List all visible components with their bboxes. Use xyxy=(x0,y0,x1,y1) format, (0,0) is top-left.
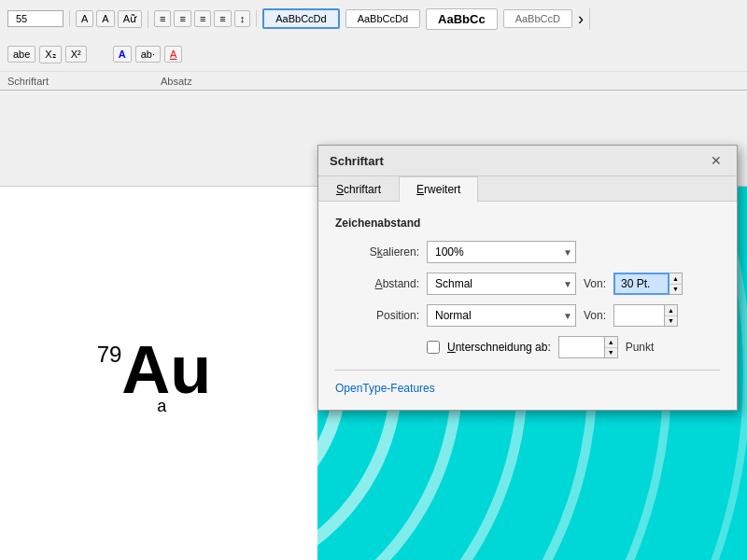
element-display: 79Aua xyxy=(97,336,221,410)
divider xyxy=(335,370,720,371)
styles-more-arrow[interactable]: › xyxy=(578,9,584,29)
abstand-label: Abstand: xyxy=(335,277,419,290)
dialog-titlebar: Schriftart ✕ xyxy=(318,146,737,176)
unterschneidung-checkbox[interactable] xyxy=(427,341,440,354)
abstand-von-spinner: ▲ ▼ xyxy=(669,273,683,295)
font-row: abe X₂ X² A ab· A xyxy=(0,37,747,71)
punkt-label: Punkt xyxy=(626,341,655,354)
position-spin-down[interactable]: ▼ xyxy=(665,316,677,327)
position-select-wrap: Normal Hochgestellt Tiefgestellt ▼ xyxy=(427,304,576,327)
skalieren-label: Skalieren: xyxy=(335,245,419,259)
style-no-spacing[interactable]: AaBbCcDd xyxy=(345,9,420,28)
unterschneidung-input[interactable] xyxy=(558,336,605,358)
skalieren-row: Skalieren: 100% 50% 75% 90% 110% 125% 15… xyxy=(335,241,720,263)
style-heading2[interactable]: AaBbCcD xyxy=(503,9,572,28)
abstand-von-input[interactable] xyxy=(613,273,669,295)
schriftart-label: Schriftart xyxy=(7,76,49,87)
line-spacing-button[interactable]: ↕ xyxy=(234,10,251,27)
font-size-group: 55 xyxy=(7,10,70,27)
element-subscript: a xyxy=(157,397,166,415)
tab-erweitert-label: Erweitert xyxy=(416,183,460,196)
unterschneidung-row: Unterschneidung ab: ▲ ▼ Punkt xyxy=(335,336,720,358)
position-von-input[interactable] xyxy=(613,304,665,327)
opentype-link[interactable]: OpenType-Features xyxy=(335,382,435,395)
font-color-A-button[interactable]: A xyxy=(113,46,132,63)
unterschneidung-label: Unterschneidung ab: xyxy=(447,341,551,354)
unterschneidung-wrap: ▲ ▼ xyxy=(558,336,618,358)
schriftart-dialog: Schriftart ✕ Schriftart Erweitert Zeiche… xyxy=(317,145,738,411)
unterschneidung-spin-down[interactable]: ▼ xyxy=(605,348,617,358)
abstand-spin-down[interactable]: ▼ xyxy=(669,285,682,295)
unterschneidung-spinner: ▲ ▼ xyxy=(605,336,618,358)
tab-schriftart[interactable]: Schriftart xyxy=(318,176,399,202)
element-symbol: Au xyxy=(121,332,211,407)
unterschneidung-spin-up[interactable]: ▲ xyxy=(605,337,617,348)
abstand-select-wrap: Schmal Normal Erweitert ▼ xyxy=(427,273,576,295)
abstand-spin-up[interactable]: ▲ xyxy=(669,273,682,285)
font-Au-button[interactable]: Aữ xyxy=(118,10,142,28)
style-normal[interactable]: AaBbCcDd xyxy=(262,8,339,29)
abstand-row: Abstand: Schmal Normal Erweitert ▼ Von: … xyxy=(335,273,720,295)
font-size-input[interactable]: 55 xyxy=(7,10,63,27)
abstand-von-wrap: ▲ ▼ xyxy=(613,273,683,295)
ribbon-row-1: 55 A A Aữ ≡ ≡ ≡ ≡ ↕ AaBbCcDd AaBbCcDd Aa… xyxy=(0,0,747,37)
font-A2-button[interactable]: A xyxy=(96,10,114,27)
abstand-von-label: Von: xyxy=(584,277,606,290)
strikethrough-button[interactable]: abe xyxy=(7,46,35,63)
style-heading1[interactable]: AaBbCc xyxy=(426,8,498,30)
font-A-button[interactable]: A xyxy=(76,10,93,27)
section-zeichenabstand: Zeichenabstand xyxy=(335,217,720,230)
skalieren-select[interactable]: 100% 50% 75% 90% 110% 125% 150% 200% xyxy=(427,241,576,263)
toolbar-separator xyxy=(0,90,747,91)
font-color-button[interactable]: A xyxy=(164,46,182,63)
align-justify-button[interactable]: ≡ xyxy=(214,10,231,27)
align-left-button[interactable]: ≡ xyxy=(154,10,171,27)
subscript-button[interactable]: X₂ xyxy=(39,46,61,63)
skalieren-select-wrap: 100% 50% 75% 90% 110% 125% 150% 200% ▼ xyxy=(427,241,576,263)
absatz-label: Absatz xyxy=(161,76,192,87)
dialog-content: Zeichenabstand Skalieren: 100% 50% 75% 9… xyxy=(318,202,737,410)
document-area: 79Aua xyxy=(0,187,317,560)
position-von-label: Von: xyxy=(584,309,606,322)
position-select[interactable]: Normal Hochgestellt Tiefgestellt xyxy=(427,304,576,327)
tab-erweitert[interactable]: Erweitert xyxy=(399,176,478,202)
text-highlight-button[interactable]: ab· xyxy=(135,46,161,63)
font-style-group: A A Aữ xyxy=(76,10,148,28)
dialog-tabs: Schriftart Erweitert xyxy=(318,176,737,202)
position-von-wrap: ▲ ▼ xyxy=(613,304,678,327)
abstand-select[interactable]: Schmal Normal Erweitert xyxy=(427,273,576,295)
position-row: Position: Normal Hochgestellt Tiefgestel… xyxy=(335,304,720,327)
dialog-close-button[interactable]: ✕ xyxy=(707,153,726,168)
element-superscript: 79 xyxy=(97,342,122,367)
align-center-button[interactable]: ≡ xyxy=(174,10,190,27)
position-spin-up[interactable]: ▲ xyxy=(665,305,677,316)
align-right-button[interactable]: ≡ xyxy=(194,10,211,27)
styles-group: AaBbCcDd AaBbCcDd AaBbCc AaBbCcD › xyxy=(262,8,590,30)
alignment-group: ≡ ≡ ≡ ≡ ↕ xyxy=(154,10,257,27)
labels-row: Schriftart Absatz xyxy=(0,71,747,90)
tab-schriftart-label: Schriftart xyxy=(336,183,381,196)
superscript-button[interactable]: X² xyxy=(65,46,87,63)
position-label: Position: xyxy=(335,309,419,322)
position-von-spinner: ▲ ▼ xyxy=(665,304,678,327)
dialog-title: Schriftart xyxy=(330,154,384,168)
